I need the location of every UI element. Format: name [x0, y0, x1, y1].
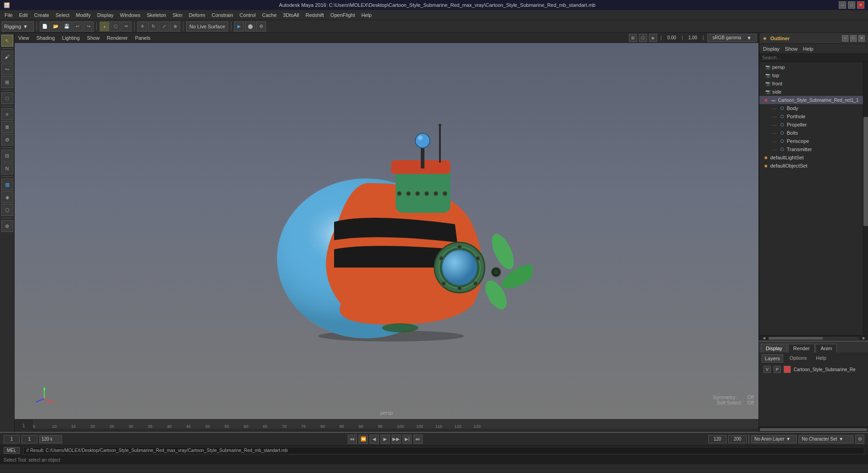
minimize-button[interactable]: ─: [839, 1, 846, 9]
playback-end-input[interactable]: 120: [708, 435, 727, 443]
menu-skeleton[interactable]: Skeleton: [144, 11, 169, 19]
menu-deform[interactable]: Deform: [186, 11, 208, 19]
start-frame-input[interactable]: 1: [4, 435, 20, 443]
viewport-3d[interactable]: persp Symmetry: Off Soft Select: Off: [15, 43, 758, 419]
node-editor-button[interactable]: ⬡: [1, 204, 13, 216]
layer-editor-button[interactable]: ⊟: [1, 150, 13, 162]
menu-modify[interactable]: Modify: [73, 11, 93, 19]
sculpt-button[interactable]: 〜: [1, 63, 13, 75]
shading-menu[interactable]: Shading: [35, 35, 57, 41]
render-tab[interactable]: Render: [788, 344, 815, 352]
playback-settings-button[interactable]: ⚙: [855, 435, 864, 444]
scrollbar-track[interactable]: [769, 337, 859, 340]
viewport-display-button[interactable]: □: [1, 92, 13, 104]
misc-button[interactable]: ⊛: [1, 220, 13, 232]
timeline-ruler[interactable]: 5 10 15 20 25 30 35 40 45 50 55 60 65 70…: [33, 420, 758, 429]
tree-item-propeller[interactable]: — ⬡ Propeller: [759, 121, 863, 129]
viewport-icon-1[interactable]: ⊞: [629, 34, 637, 42]
menu-windows[interactable]: Windows: [117, 11, 143, 19]
menu-skin[interactable]: Skin: [170, 11, 185, 19]
layer-color-swatch[interactable]: [784, 366, 791, 373]
show-menu[interactable]: Show: [85, 35, 102, 41]
view-menu[interactable]: View: [16, 35, 31, 41]
mode-dropdown[interactable]: Rigging ▼: [2, 21, 34, 32]
status-result-bar[interactable]: // Result: C:/Users/MOLEX/Desktop/Cartoo…: [23, 447, 864, 454]
maximize-button[interactable]: □: [848, 1, 855, 9]
outliner-maximize-button[interactable]: □: [850, 35, 857, 42]
outliner-display-menu[interactable]: Display: [761, 45, 781, 53]
tree-item-lightset[interactable]: ■ defaultLightSet: [759, 153, 863, 162]
tool-settings-button[interactable]: ⚙: [1, 134, 13, 146]
tree-item-persp[interactable]: 📷 persp: [759, 63, 863, 71]
namespace-button[interactable]: N: [1, 163, 13, 174]
outliner-scrollbar-horizontal[interactable]: ◀ ▶: [759, 335, 868, 341]
menu-control[interactable]: Control: [237, 11, 258, 19]
go-to-start-button[interactable]: ⏮: [348, 435, 357, 444]
open-scene-button[interactable]: 📂: [51, 21, 61, 32]
tree-item-objectset[interactable]: ■ defaultObjectSet: [759, 162, 863, 170]
layer-visibility-button[interactable]: V: [763, 366, 771, 373]
renderer-menu[interactable]: Renderer: [105, 35, 130, 41]
menu-constrain[interactable]: Constrain: [209, 11, 236, 19]
lighting-menu[interactable]: Lighting: [60, 35, 82, 41]
options-subtab[interactable]: Options: [787, 354, 810, 363]
layer-playback-button[interactable]: P: [774, 366, 781, 373]
play-button[interactable]: ▶: [381, 435, 390, 444]
select-mode-button[interactable]: ↖: [1, 35, 13, 47]
gamma-dropdown[interactable]: sRGB gamma ▼: [707, 34, 757, 42]
menu-create[interactable]: Create: [31, 11, 52, 19]
render-settings-btn[interactable]: ⚙: [256, 21, 266, 32]
step-back-button[interactable]: ⏪: [359, 435, 368, 444]
tree-item-side[interactable]: 📷 side: [759, 88, 863, 96]
redo-button[interactable]: ↪: [84, 21, 94, 32]
move-tool-button[interactable]: ✛: [137, 21, 147, 32]
menu-openflight[interactable]: OpenFlight: [328, 11, 358, 19]
layer-scrollbar[interactable]: [759, 426, 868, 432]
tree-item-bolts[interactable]: — ⬡ Bolts: [759, 129, 863, 137]
tree-item-submarine-group[interactable]: ■ ▬ Cartoon_Style_Submarine_Red_nct1_1: [759, 96, 863, 104]
viewport-icon-2[interactable]: ⬡: [639, 34, 647, 42]
prev-frame-button[interactable]: ◀: [370, 435, 379, 444]
playback-end-2-input[interactable]: 200: [728, 435, 747, 443]
menu-file[interactable]: File: [2, 11, 16, 19]
ipr-btn[interactable]: ⬤: [245, 21, 255, 32]
outliner-minimize-button[interactable]: ─: [842, 35, 848, 42]
scroll-left-icon[interactable]: ◀: [760, 336, 768, 341]
menu-3dtoall[interactable]: 3DtoAll: [280, 11, 302, 19]
select-tool-button[interactable]: ⬧: [99, 21, 110, 32]
menu-help[interactable]: Help: [359, 11, 375, 19]
scale-tool-button[interactable]: ⤢: [159, 21, 169, 32]
go-to-end-button[interactable]: ⏭: [413, 435, 423, 444]
tree-item-front[interactable]: 📷 front: [759, 79, 863, 88]
hypershade-button[interactable]: ◈: [1, 191, 13, 203]
paint-select-button[interactable]: ✏: [121, 21, 131, 32]
anim-tab[interactable]: Anim: [816, 344, 837, 352]
menu-redshift[interactable]: Redshift: [303, 11, 327, 19]
layers-subtab[interactable]: Layers: [762, 354, 783, 363]
viewport-icon-3[interactable]: ◈: [649, 34, 657, 42]
tree-item-porthole[interactable]: — ⬡ Porthole: [759, 112, 863, 121]
undo-button[interactable]: ↩: [73, 21, 83, 32]
anim-layer-dropdown[interactable]: No Anim Layer ▼: [751, 435, 797, 443]
outliner-help-menu[interactable]: Help: [801, 45, 816, 53]
menu-display[interactable]: Display: [94, 11, 116, 19]
current-frame-input[interactable]: 1: [21, 435, 37, 443]
tree-item-top[interactable]: 📷 top: [759, 71, 863, 79]
menu-cache[interactable]: Cache: [259, 11, 279, 19]
new-scene-button[interactable]: 📄: [40, 21, 50, 32]
tree-item-transmitter[interactable]: — ⬡ Transmitter: [759, 145, 863, 153]
scroll-right-icon[interactable]: ▶: [860, 336, 868, 341]
attribute-editor-button[interactable]: ≣: [1, 121, 13, 133]
tree-item-body[interactable]: — ⬡ Body: [759, 104, 863, 112]
next-frame-button[interactable]: ▶|: [403, 435, 412, 444]
play-forward-button[interactable]: ▶▶: [392, 435, 401, 444]
paint-brush-button[interactable]: 🖌: [1, 51, 13, 63]
outliner-close-button[interactable]: ✕: [858, 35, 865, 42]
rotate-tool-button[interactable]: ↻: [148, 21, 158, 32]
lasso-tool-button[interactable]: ⬡: [110, 21, 120, 32]
snap-button[interactable]: ⊞: [1, 76, 13, 88]
render-view-button[interactable]: ▦: [1, 179, 13, 190]
render-btn[interactable]: ▶: [234, 21, 244, 32]
outliner-search-input[interactable]: [762, 55, 866, 60]
panels-menu[interactable]: Panels: [133, 35, 152, 41]
